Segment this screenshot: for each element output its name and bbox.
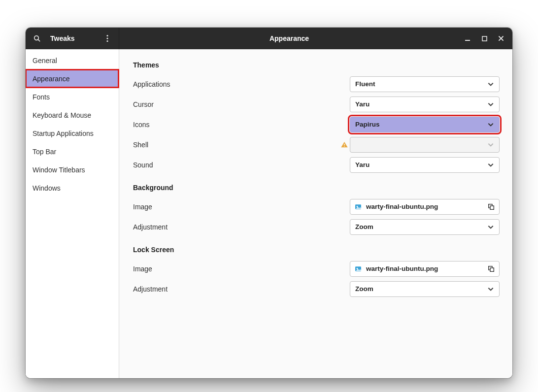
sidebar-item-top-bar[interactable]: Top Bar <box>26 142 119 161</box>
kebab-icon <box>104 34 111 42</box>
section-title-lockscreen: Lock Screen <box>133 246 500 254</box>
filechooser-bg-image[interactable]: warty-final-ubuntu.png <box>350 199 500 215</box>
titlebar: Tweaks Appearance <box>26 28 512 49</box>
tweaks-window: Tweaks Appearance <box>26 28 512 378</box>
shell-warning <box>339 141 350 149</box>
dropdown-shell <box>350 137 500 153</box>
svg-point-4 <box>106 40 108 42</box>
dropdown-value: Zoom <box>355 223 487 230</box>
sidebar-item-appearance[interactable]: Appearance <box>26 69 119 88</box>
sidebar-item-label: Fonts <box>33 93 50 101</box>
chevron-down-icon <box>487 224 494 230</box>
row-label: Sound <box>133 161 339 169</box>
menu-button[interactable] <box>98 28 117 49</box>
chevron-down-icon <box>487 141 494 148</box>
dropdown-icons[interactable]: Papirus <box>350 117 500 132</box>
dropdown-applications[interactable]: Fluent <box>350 76 500 92</box>
svg-rect-9 <box>344 144 344 145</box>
dropdown-value: Yaru <box>355 100 487 108</box>
svg-rect-18 <box>490 268 494 271</box>
window-body: General Appearance Fonts Keyboard & Mous… <box>26 49 512 378</box>
row-ls-image: Image warty-final-ubuntu.png <box>133 259 500 279</box>
sidebar-item-label: General <box>33 57 57 65</box>
sidebar-item-startup-applications[interactable]: Startup Applications <box>26 124 119 142</box>
sidebar-item-label: Startup Applications <box>33 130 94 137</box>
minimize-button[interactable] <box>459 28 476 49</box>
sidebar-item-general[interactable]: General <box>26 51 119 69</box>
dropdown-cursor[interactable]: Yaru <box>350 97 500 112</box>
image-icon <box>354 203 362 211</box>
svg-point-2 <box>106 35 108 36</box>
chevron-down-icon <box>487 101 494 108</box>
row-ls-adjustment: Adjustment Zoom <box>133 279 500 299</box>
dropdown-value: Papirus <box>355 121 487 128</box>
svg-point-16 <box>357 268 358 269</box>
window-controls <box>459 28 512 49</box>
titlebar-left: Tweaks <box>26 28 119 49</box>
chevron-down-icon <box>487 162 494 168</box>
row-label: Applications <box>133 80 339 88</box>
close-icon <box>498 35 504 41</box>
row-shell: Shell <box>133 134 500 155</box>
row-label: Cursor <box>133 100 339 108</box>
chevron-down-icon <box>487 286 494 293</box>
open-file-icon <box>487 265 495 273</box>
content-area: Themes Applications Fluent Cursor Yaru <box>119 49 512 378</box>
minimize-icon <box>465 35 471 41</box>
sidebar-item-label: Window Titlebars <box>33 166 85 174</box>
app-title: Tweaks <box>46 34 98 42</box>
search-button[interactable] <box>28 28 46 49</box>
row-applications: Applications Fluent <box>133 74 500 94</box>
sidebar: General Appearance Fonts Keyboard & Mous… <box>26 49 119 378</box>
row-label: Icons <box>133 121 339 129</box>
warning-icon <box>340 141 348 149</box>
open-file-icon <box>487 203 495 211</box>
section-title-themes: Themes <box>133 61 500 69</box>
dropdown-value: Yaru <box>355 161 487 168</box>
sidebar-item-window-titlebars[interactable]: Window Titlebars <box>26 161 119 179</box>
row-cursor: Cursor Yaru <box>133 94 500 114</box>
search-icon <box>33 34 41 42</box>
filechooser-value: warty-final-ubuntu.png <box>366 203 483 210</box>
svg-point-3 <box>106 37 108 39</box>
sidebar-item-label: Keyboard & Mouse <box>33 111 91 119</box>
dropdown-value: Zoom <box>355 285 487 293</box>
filechooser-ls-image[interactable]: warty-final-ubuntu.png <box>350 261 500 277</box>
svg-rect-10 <box>344 146 344 146</box>
sidebar-item-windows[interactable]: Windows <box>26 179 119 197</box>
row-label: Adjustment <box>133 285 339 293</box>
image-icon <box>354 265 362 273</box>
row-label: Image <box>133 265 339 273</box>
sidebar-item-label: Appearance <box>33 75 70 83</box>
sidebar-item-fonts[interactable]: Fonts <box>26 88 119 106</box>
dropdown-value: Fluent <box>355 80 487 88</box>
section-title-background: Background <box>133 184 500 192</box>
svg-rect-6 <box>482 36 487 41</box>
row-bg-adjustment: Adjustment Zoom <box>133 217 500 237</box>
sidebar-item-label: Windows <box>33 184 61 192</box>
dropdown-ls-adjustment[interactable]: Zoom <box>350 281 500 297</box>
chevron-down-icon <box>487 81 494 88</box>
dropdown-bg-adjustment[interactable]: Zoom <box>350 219 500 235</box>
close-button[interactable] <box>493 28 509 49</box>
svg-rect-14 <box>490 206 494 209</box>
page-title: Appearance <box>119 28 459 49</box>
filechooser-value: warty-final-ubuntu.png <box>366 265 483 272</box>
maximize-button[interactable] <box>476 28 493 49</box>
svg-rect-5 <box>465 40 470 41</box>
row-bg-image: Image warty-final-ubuntu.png <box>133 196 500 217</box>
chevron-down-icon <box>487 121 494 128</box>
row-label: Image <box>133 203 339 211</box>
svg-line-1 <box>38 39 40 41</box>
svg-point-12 <box>357 206 358 207</box>
sidebar-item-label: Top Bar <box>33 148 56 156</box>
row-icons: Icons Papirus <box>133 114 500 134</box>
row-label: Shell <box>133 141 339 149</box>
row-label: Adjustment <box>133 223 339 231</box>
sidebar-item-keyboard-mouse[interactable]: Keyboard & Mouse <box>26 106 119 124</box>
dropdown-sound[interactable]: Yaru <box>350 157 500 173</box>
row-sound: Sound Yaru <box>133 155 500 175</box>
maximize-icon <box>482 36 487 41</box>
